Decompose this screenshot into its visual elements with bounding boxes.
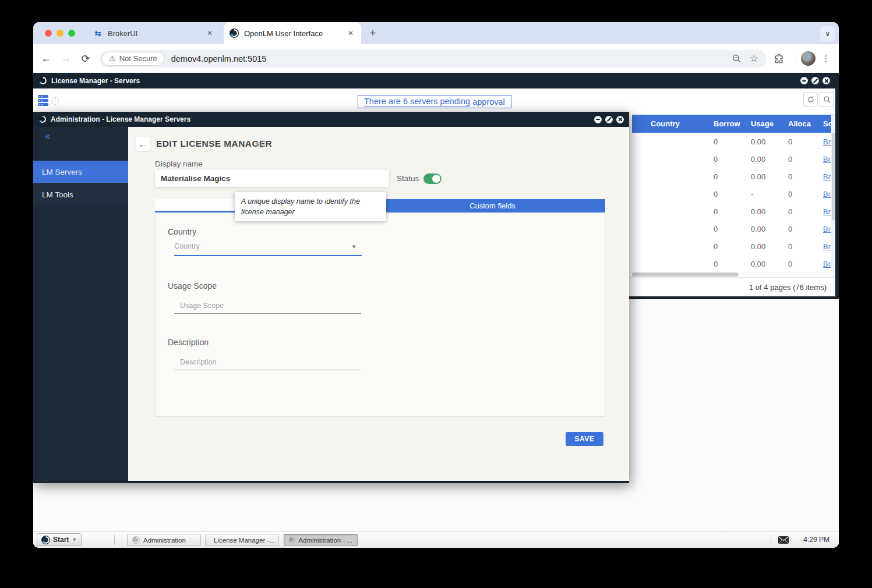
minimize-icon[interactable] [594, 116, 602, 123]
admin-sidebar: « LM Servers LM Tools [33, 127, 128, 481]
cell-borrow: 0 [711, 172, 748, 181]
search-icon[interactable] [820, 92, 834, 107]
pagination: 1 of 4 pages (76 items) [627, 277, 835, 296]
tab-brokerui[interactable]: ⇆ BrokerUI ✕ [87, 22, 220, 44]
display-name-input[interactable]: Materialise Magics [155, 170, 389, 187]
usage-scope-input[interactable]: Usage Scope [180, 302, 224, 310]
status-toggle[interactable] [423, 173, 442, 184]
table-row: 00.000Bro [632, 150, 835, 168]
cell-allocated: 0 [785, 190, 820, 199]
profile-avatar[interactable] [801, 51, 815, 66]
cell-usage: 0.00 [748, 242, 785, 251]
address-bar[interactable]: ⚠ Not Secure demov4.openlm.net:5015 ☆ [100, 50, 767, 68]
cell-allocated: 0 [785, 172, 820, 181]
page-title: EDIT LICENSE MANAGER [156, 139, 272, 149]
display-name-label: Display name [155, 160, 203, 168]
column-usage[interactable]: Usage [748, 119, 785, 128]
pending-approval-notification[interactable]: There are 6 servers pending approval [358, 95, 511, 108]
minimize-window-button[interactable] [57, 30, 63, 37]
chevron-down-icon[interactable]: ∨ [820, 26, 835, 41]
cell-usage: 0.00 [748, 137, 785, 146]
security-chip[interactable]: ⚠ Not Secure [102, 52, 164, 66]
country-label: Country [168, 227, 196, 236]
horizontal-scrollbar[interactable] [632, 272, 835, 277]
info-icon: i [257, 140, 265, 148]
notification-link[interactable]: There are 6 servers pending [364, 97, 470, 107]
table-row: 00.000Bro [632, 203, 835, 220]
task-administration[interactable]: Administration [127, 534, 201, 546]
administration-window: Administration - License Manager Servers… [33, 112, 629, 483]
lm-window-titlebar: License Manager - Servers [33, 73, 835, 88]
table-row: 00.000Bro [632, 238, 835, 255]
close-window-button[interactable] [45, 30, 52, 37]
reload-icon[interactable]: ⟳ [77, 51, 94, 67]
tab-label: OpenLM User Interface [244, 29, 341, 38]
menu-icon[interactable]: ⋮ [819, 54, 833, 64]
status-label: Status [397, 174, 419, 183]
table-row: 00.000Bro [632, 220, 835, 238]
cell-usage: 0.00 [748, 260, 785, 268]
envelope-icon[interactable] [778, 536, 789, 546]
url-text[interactable]: demov4.openlm.net:5015 [171, 54, 267, 63]
close-icon[interactable] [616, 116, 624, 123]
refresh-icon[interactable] [803, 92, 818, 107]
lm-window-title: License Manager - Servers [51, 77, 140, 85]
openlm-icon [38, 76, 47, 85]
star-icon[interactable]: ☆ [750, 52, 758, 65]
column-allocated[interactable]: Alloca [785, 119, 820, 128]
sidebar-item-lm-tools[interactable]: LM Tools [33, 183, 128, 206]
brokerui-icon: ⇆ [93, 29, 103, 38]
minimize-icon[interactable] [800, 77, 808, 84]
column-country[interactable]: Country [632, 119, 711, 128]
tab-openlm[interactable]: OpenLM User Interface ✕ [224, 22, 361, 44]
taskbar: Start ▼ Administration License Manager -… [33, 531, 839, 548]
openlm-icon [230, 29, 239, 38]
security-chip-label: Not Secure [119, 54, 157, 63]
vertical-scrollbar[interactable] [831, 115, 835, 271]
traffic-lights [45, 30, 75, 37]
table-body: 00.000Bro00.000Bro00.000Bro0-0Bro00.000B… [632, 133, 835, 272]
task-license-manager[interactable]: License Manager -... [205, 534, 279, 546]
tab-custom-fields[interactable]: Custom fields [380, 199, 605, 212]
lm-toolbar: i There are 6 servers pending approval [33, 88, 835, 114]
country-select[interactable]: Country [174, 242, 200, 250]
cell-allocated: 0 [785, 225, 820, 233]
openlm-icon [38, 115, 47, 123]
cell-borrow: 0 [711, 225, 748, 233]
cell-allocated: 0 [785, 207, 820, 216]
collapse-icon[interactable]: « [45, 131, 50, 141]
extensions-icon[interactable] [771, 51, 788, 67]
description-input[interactable]: Description [180, 358, 217, 366]
save-button[interactable]: SAVE [566, 432, 603, 446]
usage-scope-label: Usage Scope [168, 281, 217, 291]
caret-down-icon[interactable]: ▾ [352, 243, 356, 250]
cell-borrow: 0 [711, 190, 748, 199]
tab-label: BrokerUI [108, 29, 200, 38]
back-icon[interactable]: ← [38, 51, 54, 67]
browser-toolbar: ← → ⟳ ⚠ Not Secure demov4.openlm.net:501… [33, 44, 839, 73]
browser-window: ⇆ BrokerUI ✕ OpenLM User Interface ✕ + ∨… [33, 22, 839, 548]
restore-icon[interactable] [605, 116, 613, 123]
sidebar-item-lm-servers[interactable]: LM Servers [33, 161, 128, 183]
close-icon[interactable]: ✕ [346, 29, 355, 37]
cell-usage: 0.00 [748, 207, 785, 216]
page-viewport: License Manager - Servers i There are 6 … [33, 73, 839, 548]
column-borrow[interactable]: Borrow [711, 119, 748, 128]
table-row: 0-0Bro [632, 185, 835, 203]
servers-table: Country Borrow Usage Alloca Sou 00.000Br… [632, 115, 835, 272]
start-button[interactable]: Start ▼ [37, 533, 82, 546]
form-card: Country Country ▾ Usage Scope Usage Scop… [155, 214, 605, 417]
close-icon[interactable] [822, 77, 830, 84]
description-label: Description [168, 338, 209, 347]
start-label: Start [53, 536, 69, 544]
back-button[interactable]: ← [136, 137, 150, 151]
task-administration-modal[interactable]: Administration - ... [284, 534, 358, 546]
new-tab-button[interactable]: + [366, 27, 379, 40]
zoom-out-icon[interactable] [732, 54, 742, 63]
zoom-window-button[interactable] [68, 30, 75, 37]
table-row: 00.000Bro [632, 133, 835, 150]
server-icon[interactable] [38, 95, 48, 107]
close-icon[interactable]: ✕ [205, 29, 214, 37]
restore-icon[interactable] [811, 77, 819, 84]
forward-icon[interactable]: → [58, 51, 74, 67]
